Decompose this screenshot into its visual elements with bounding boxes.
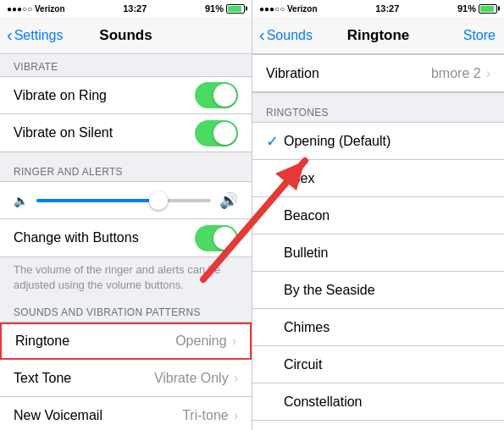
text-tone-chevron: › bbox=[234, 371, 238, 386]
change-with-buttons-toggle[interactable] bbox=[195, 225, 238, 251]
right-back-label[interactable]: Sounds bbox=[267, 28, 313, 43]
vibrate-on-silent-toggle[interactable] bbox=[195, 120, 238, 146]
right-nav-title: Ringtone bbox=[347, 27, 410, 44]
left-back-button[interactable]: ‹ Settings bbox=[7, 27, 63, 43]
change-with-buttons-label: Change with Buttons bbox=[14, 230, 139, 245]
ringer-alerts-group: 🔈 🔊 Change with Buttons bbox=[0, 181, 252, 257]
ringtone-row[interactable]: Ringtone Opening › bbox=[0, 322, 252, 360]
volume-note: The volume of the ringer and alerts can … bbox=[0, 257, 252, 300]
right-carrier: ●●●○○ Verizon bbox=[259, 4, 318, 14]
volume-slider-track[interactable] bbox=[36, 199, 211, 202]
ringtone-item-label-1: Apex bbox=[284, 171, 314, 186]
vibration-value: bmore 2 bbox=[431, 66, 481, 81]
vibrate-on-ring-knob bbox=[213, 84, 236, 107]
vibrate-on-ring-row[interactable]: Vibrate on Ring bbox=[0, 77, 252, 114]
right-time: 13:27 bbox=[375, 3, 399, 14]
ringtone-item-3[interactable]: ✓ Bulletin bbox=[252, 234, 504, 272]
right-battery-pct: 91% bbox=[457, 3, 476, 14]
vibration-group: Vibration bmore 2 › bbox=[252, 54, 504, 93]
ringtone-chevron: › bbox=[232, 334, 236, 349]
new-voicemail-row[interactable]: New Voicemail Tri-tone › bbox=[0, 397, 252, 430]
ringtone-item-4[interactable]: ✓ By the Seaside bbox=[252, 272, 504, 309]
ringtone-item-label-6: Circuit bbox=[284, 357, 322, 372]
vibration-row[interactable]: Vibration bmore 2 › bbox=[252, 55, 504, 92]
ringtone-item-label-0: Opening (Default) bbox=[284, 134, 390, 149]
vibrate-on-silent-label: Vibrate on Silent bbox=[14, 125, 113, 141]
vibrate-header: VIBRATE bbox=[0, 54, 252, 76]
right-content: Vibration bmore 2 › RINGTONES ✓ Opening … bbox=[252, 54, 504, 430]
ringtone-item-2[interactable]: ✓ Beacon bbox=[252, 197, 504, 234]
store-button[interactable]: Store bbox=[463, 28, 496, 43]
left-back-chevron: ‹ bbox=[7, 26, 13, 43]
ringtone-item-label-2: Beacon bbox=[284, 208, 330, 223]
ringtone-item-0[interactable]: ✓ Opening (Default) bbox=[252, 123, 504, 160]
ringer-alerts-header: RINGER AND ALERTS bbox=[0, 159, 252, 181]
vibrate-on-ring-toggle[interactable] bbox=[195, 82, 238, 108]
spacer1 bbox=[0, 152, 252, 159]
left-battery-pct: 91% bbox=[205, 3, 224, 14]
ringtone-item-5[interactable]: ✓ Chimes bbox=[252, 309, 504, 346]
volume-slider-row[interactable]: 🔈 🔊 bbox=[0, 182, 252, 219]
left-battery: 91% bbox=[205, 3, 245, 14]
volume-low-icon: 🔈 bbox=[14, 194, 28, 207]
ringtone-label: Ringtone bbox=[15, 334, 69, 349]
volume-slider-thumb[interactable] bbox=[149, 191, 168, 210]
right-battery: 91% bbox=[457, 3, 497, 14]
ringtones-header: RINGTONES bbox=[252, 100, 504, 122]
right-back-chevron: ‹ bbox=[259, 26, 265, 43]
left-nav-bar: ‹ Settings Sounds bbox=[0, 17, 252, 54]
left-back-label[interactable]: Settings bbox=[14, 28, 64, 43]
left-content: VIBRATE Vibrate on Ring Vibrate on Silen… bbox=[0, 54, 252, 430]
text-tone-row[interactable]: Text Tone Vibrate Only › bbox=[0, 360, 252, 397]
new-voicemail-chevron: › bbox=[234, 408, 238, 423]
ringtones-group: ✓ Opening (Default) ✓ Apex ✓ Beacon ✓ Bu… bbox=[252, 122, 504, 430]
left-carrier: ●●●○○ Verizon bbox=[7, 4, 65, 14]
ringtone-item-label-3: Bulletin bbox=[284, 245, 328, 261]
change-with-buttons-row[interactable]: Change with Buttons bbox=[0, 219, 252, 256]
ringtone-item-6[interactable]: ✓ Circuit bbox=[252, 346, 504, 383]
change-with-buttons-knob bbox=[213, 227, 236, 250]
ringtone-check-0: ✓ bbox=[266, 132, 279, 151]
new-voicemail-value: Tri-tone bbox=[182, 408, 229, 423]
text-tone-value: Vibrate Only bbox=[154, 371, 229, 386]
vibrate-on-silent-row[interactable]: Vibrate on Silent bbox=[0, 114, 252, 152]
ringtone-item-label-4: By the Seaside bbox=[284, 283, 375, 298]
right-spacer1 bbox=[252, 93, 504, 100]
right-nav-bar: ‹ Sounds Ringtone Store bbox=[252, 17, 504, 54]
right-back-button[interactable]: ‹ Sounds bbox=[259, 27, 313, 43]
ringtone-item-label-7: Constellation bbox=[284, 394, 363, 410]
vibrate-on-ring-label: Vibrate on Ring bbox=[14, 88, 107, 103]
left-nav-title: Sounds bbox=[99, 27, 152, 44]
right-battery-fill bbox=[480, 6, 494, 12]
patterns-header: SOUNDS AND VIBRATION PATTERNS bbox=[0, 300, 252, 322]
text-tone-label: Text Tone bbox=[14, 371, 71, 386]
new-voicemail-right: Tri-tone › bbox=[182, 408, 238, 423]
vibration-label: Vibration bbox=[266, 66, 319, 81]
right-battery-icon bbox=[479, 4, 497, 14]
new-voicemail-label: New Voicemail bbox=[14, 408, 102, 423]
vibrate-group: Vibrate on Ring Vibrate on Silent bbox=[0, 76, 252, 152]
ringtone-item-7[interactable]: ✓ Constellation bbox=[252, 383, 504, 421]
left-time: 13:27 bbox=[123, 3, 147, 14]
right-status-bar: ●●●○○ Verizon 13:27 91% bbox=[252, 0, 504, 17]
left-status-bar: ●●●○○ Verizon 13:27 91% bbox=[0, 0, 252, 17]
vibrate-on-silent-knob bbox=[213, 122, 236, 145]
vibration-chevron: › bbox=[486, 66, 490, 81]
ringtone-item-label-5: Chimes bbox=[284, 320, 330, 335]
right-panel: ●●●○○ Verizon 13:27 91% ‹ Sounds Rington… bbox=[252, 0, 504, 430]
left-battery-fill bbox=[228, 6, 241, 12]
patterns-group: Ringtone Opening › Text Tone Vibrate Onl… bbox=[0, 322, 252, 430]
ringtone-item-1[interactable]: ✓ Apex bbox=[252, 160, 504, 197]
volume-high-icon: 🔊 bbox=[219, 191, 238, 210]
volume-slider-fill bbox=[36, 199, 158, 202]
ringtone-value: Opening bbox=[175, 334, 227, 349]
ringtone-item-8[interactable]: ✓ Cosmic bbox=[252, 421, 504, 430]
ringtone-right: Opening › bbox=[175, 334, 236, 349]
vibration-right: bmore 2 › bbox=[431, 66, 490, 81]
left-battery-icon bbox=[226, 4, 245, 14]
left-panel: ●●●○○ Verizon 13:27 91% ‹ Settings Sound… bbox=[0, 0, 252, 430]
text-tone-right: Vibrate Only › bbox=[154, 371, 238, 386]
